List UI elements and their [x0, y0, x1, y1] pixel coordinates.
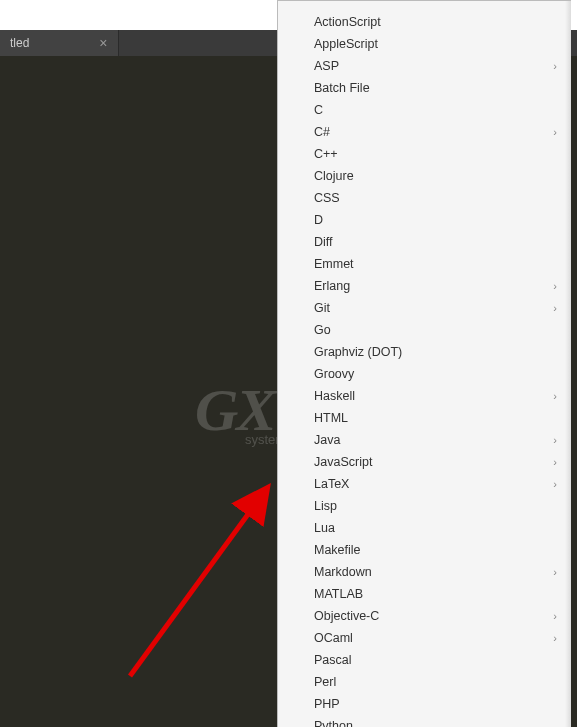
- chevron-right-icon: ›: [553, 456, 557, 468]
- menu-item-emmet[interactable]: Emmet: [278, 253, 571, 275]
- annotation-arrow: [100, 446, 300, 706]
- menu-item-git[interactable]: Git›: [278, 297, 571, 319]
- menu-item-go[interactable]: Go: [278, 319, 571, 341]
- menu-item-label: C: [314, 103, 323, 117]
- menu-item-javascript[interactable]: JavaScript›: [278, 451, 571, 473]
- chevron-right-icon: ›: [553, 632, 557, 644]
- file-tab[interactable]: tled ×: [0, 30, 119, 56]
- menu-item-label: Perl: [314, 675, 336, 689]
- menu-item-label: HTML: [314, 411, 348, 425]
- menu-item-label: Lua: [314, 521, 335, 535]
- menu-item-erlang[interactable]: Erlang›: [278, 275, 571, 297]
- menu-item-haskell[interactable]: Haskell›: [278, 385, 571, 407]
- menu-item-diff[interactable]: Diff: [278, 231, 571, 253]
- menu-item-batch-file[interactable]: Batch File: [278, 77, 571, 99]
- menu-item-java[interactable]: Java›: [278, 429, 571, 451]
- menu-item-graphviz-dot-[interactable]: Graphviz (DOT): [278, 341, 571, 363]
- menu-item-label: C#: [314, 125, 330, 139]
- menu-item-label: Erlang: [314, 279, 350, 293]
- menu-item-groovy[interactable]: Groovy: [278, 363, 571, 385]
- menu-item-css[interactable]: CSS: [278, 187, 571, 209]
- menu-item-d[interactable]: D: [278, 209, 571, 231]
- chevron-right-icon: ›: [553, 478, 557, 490]
- menu-item-label: ASP: [314, 59, 339, 73]
- menu-item-ocaml[interactable]: OCaml›: [278, 627, 571, 649]
- menu-item-lua[interactable]: Lua: [278, 517, 571, 539]
- menu-item-label: Go: [314, 323, 331, 337]
- menu-item-label: Java: [314, 433, 340, 447]
- menu-item-html[interactable]: HTML: [278, 407, 571, 429]
- chevron-right-icon: ›: [553, 390, 557, 402]
- menu-item-c-[interactable]: C#›: [278, 121, 571, 143]
- menu-item-label: Haskell: [314, 389, 355, 403]
- menu-item-label: Git: [314, 301, 330, 315]
- menu-item-actionscript[interactable]: ActionScript: [278, 11, 571, 33]
- menu-item-latex[interactable]: LaTeX›: [278, 473, 571, 495]
- menu-item-label: Markdown: [314, 565, 372, 579]
- menu-item-matlab[interactable]: MATLAB: [278, 583, 571, 605]
- chevron-right-icon: ›: [553, 566, 557, 578]
- close-icon[interactable]: ×: [99, 36, 107, 50]
- menu-item-perl[interactable]: Perl: [278, 671, 571, 693]
- menu-item-label: Makefile: [314, 543, 361, 557]
- watermark: GX system.: [195, 376, 274, 445]
- menu-item-label: PHP: [314, 697, 340, 711]
- menu-list: ActionScriptAppleScriptASP›Batch FileCC#…: [278, 1, 571, 727]
- menu-item-c[interactable]: C: [278, 99, 571, 121]
- menu-item-php[interactable]: PHP: [278, 693, 571, 715]
- watermark-text: GX: [195, 377, 274, 443]
- chevron-right-icon: ›: [553, 60, 557, 72]
- menu-item-applescript[interactable]: AppleScript: [278, 33, 571, 55]
- menu-item-label: ActionScript: [314, 15, 381, 29]
- menu-item-markdown[interactable]: Markdown›: [278, 561, 571, 583]
- tab-title: tled: [10, 36, 29, 50]
- menu-item-label: Lisp: [314, 499, 337, 513]
- menu-item-pascal[interactable]: Pascal: [278, 649, 571, 671]
- menu-item-label: AppleScript: [314, 37, 378, 51]
- chevron-right-icon: ›: [553, 434, 557, 446]
- menu-item-label: MATLAB: [314, 587, 363, 601]
- menu-item-label: Clojure: [314, 169, 354, 183]
- menu-item-objective-c[interactable]: Objective-C›: [278, 605, 571, 627]
- menu-item-label: OCaml: [314, 631, 353, 645]
- menu-item-lisp[interactable]: Lisp: [278, 495, 571, 517]
- menu-item-c-[interactable]: C++: [278, 143, 571, 165]
- menu-item-label: Groovy: [314, 367, 354, 381]
- menu-item-label: Python: [314, 719, 353, 727]
- svg-line-1: [130, 491, 265, 676]
- menu-item-makefile[interactable]: Makefile: [278, 539, 571, 561]
- chevron-right-icon: ›: [553, 126, 557, 138]
- menu-item-label: Emmet: [314, 257, 354, 271]
- menu-item-label: Pascal: [314, 653, 352, 667]
- syntax-dropdown: ActionScriptAppleScriptASP›Batch FileCC#…: [277, 0, 571, 727]
- menu-item-python[interactable]: Python: [278, 715, 571, 727]
- menu-item-clojure[interactable]: Clojure: [278, 165, 571, 187]
- menu-item-label: Batch File: [314, 81, 370, 95]
- menu-item-label: LaTeX: [314, 477, 349, 491]
- menu-item-label: JavaScript: [314, 455, 372, 469]
- menu-item-label: C++: [314, 147, 338, 161]
- menu-item-label: Objective-C: [314, 609, 379, 623]
- scrollbar-hint: [565, 1, 571, 727]
- menu-item-asp[interactable]: ASP›: [278, 55, 571, 77]
- menu-item-label: Diff: [314, 235, 333, 249]
- menu-item-label: D: [314, 213, 323, 227]
- chevron-right-icon: ›: [553, 302, 557, 314]
- menu-item-label: CSS: [314, 191, 340, 205]
- chevron-right-icon: ›: [553, 280, 557, 292]
- menu-item-label: Graphviz (DOT): [314, 345, 402, 359]
- chevron-right-icon: ›: [553, 610, 557, 622]
